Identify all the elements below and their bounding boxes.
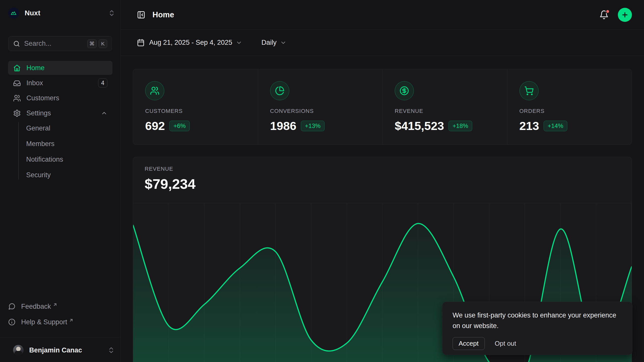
inbox-icon — [13, 79, 21, 87]
dollar-circle-icon — [395, 81, 414, 100]
filters-bar: Aug 21, 2025 - Sep 4, 2025 Daily — [121, 30, 644, 56]
user-menu[interactable]: Benjamin Canac — [8, 341, 115, 359]
arrow-up-right-icon — [69, 318, 74, 323]
collapse-sidebar-button[interactable] — [137, 11, 145, 19]
message-circle-icon — [8, 303, 16, 310]
stat-label: ORDERS — [519, 108, 632, 114]
sidebar-item-label: Home — [26, 64, 45, 72]
settings-children: General Members Notifications Security — [8, 121, 112, 182]
cookie-message: We use first-party cookies to enhance yo… — [453, 310, 622, 331]
chevron-down-icon — [236, 39, 242, 46]
sidebar-item-security[interactable]: Security — [26, 168, 112, 182]
kbd-k: K — [99, 39, 107, 48]
date-range-picker[interactable]: Aug 21, 2025 - Sep 4, 2025 — [137, 39, 242, 47]
shopping-cart-icon — [519, 81, 539, 100]
user-name: Benjamin Canac — [29, 346, 107, 354]
users-icon — [145, 81, 164, 100]
sidebar-item-inbox[interactable]: Inbox 4 — [8, 76, 112, 90]
sidebar-item-label: Customers — [26, 94, 59, 102]
feedback-label: Feedback — [21, 303, 51, 310]
stat-card-orders[interactable]: ORDERS 213 +14% — [507, 69, 632, 145]
revenue-chart-total: $79,234 — [145, 176, 632, 192]
granularity-select[interactable]: Daily — [261, 39, 287, 47]
notification-dot — [606, 9, 610, 14]
sidebar-item-notifications[interactable]: Notifications — [26, 152, 112, 166]
notifications-button[interactable] — [599, 10, 609, 20]
sidebar-item-label: General — [26, 124, 50, 132]
chevron-up-icon — [101, 110, 107, 116]
sidebar: Nuxt Search... ⌘ K — [0, 0, 121, 362]
granularity-value: Daily — [261, 39, 276, 47]
sidebar-nav: Home Inbox 4 — [8, 61, 112, 184]
sidebar-item-customers[interactable]: Customers — [8, 91, 112, 105]
stat-delta-badge: +6% — [169, 121, 190, 131]
user-avatar — [13, 345, 24, 355]
plus-icon — [621, 11, 629, 19]
sidebar-item-members[interactable]: Members — [26, 137, 112, 151]
search-placeholder: Search... — [24, 40, 85, 48]
help-support-label: Help & Support — [21, 318, 67, 326]
kbd-meta: ⌘ — [87, 39, 97, 48]
calendar-icon — [137, 39, 145, 47]
nuxt-logo-icon — [8, 8, 19, 19]
stat-delta-badge: +14% — [544, 121, 567, 131]
search-input[interactable]: Search... ⌘ K — [8, 36, 112, 51]
date-range-value: Aug 21, 2025 - Sep 4, 2025 — [149, 39, 232, 47]
stat-card-revenue[interactable]: REVENUE $415,523 +18% — [382, 69, 507, 145]
stat-delta-badge: +13% — [301, 121, 325, 131]
stat-value: $415,523 — [395, 119, 444, 133]
sidebar-item-label: Settings — [26, 109, 51, 117]
team-name: Nuxt — [25, 9, 108, 17]
stat-card-conversions[interactable]: CONVERSIONS 1986 +13% — [258, 69, 383, 145]
stats-row: CUSTOMERS 692 +6% CONVERSIONS 1986 — [133, 69, 632, 145]
chevron-down-icon — [280, 39, 287, 46]
stat-value: 213 — [519, 119, 539, 133]
chevrons-up-down-icon — [107, 346, 115, 354]
stat-value: 1986 — [270, 119, 297, 133]
help-support-link[interactable]: Help & Support — [8, 314, 112, 330]
page-title: Home — [152, 10, 599, 19]
stat-label: CONVERSIONS — [270, 108, 383, 114]
stat-label: CUSTOMERS — [145, 108, 258, 114]
sidebar-item-label: Notifications — [26, 156, 63, 163]
stat-label: REVENUE — [395, 108, 507, 114]
stat-delta-badge: +18% — [449, 121, 472, 131]
gear-icon — [13, 109, 21, 117]
revenue-chart-label: REVENUE — [145, 166, 632, 172]
inbox-count-badge: 4 — [98, 78, 107, 87]
sidebar-divider — [0, 337, 120, 337]
accept-cookies-button[interactable]: Accept — [453, 337, 485, 350]
app-root: Nuxt Search... ⌘ K — [0, 0, 644, 362]
arrow-up-right-icon — [53, 302, 58, 307]
add-button[interactable] — [618, 8, 632, 22]
users-icon — [13, 94, 21, 102]
cookie-banner: We use first-party cookies to enhance yo… — [442, 302, 632, 355]
sidebar-item-label: Security — [26, 171, 51, 179]
pie-chart-icon — [270, 81, 289, 100]
search-icon — [13, 40, 20, 47]
stat-value: 692 — [145, 119, 165, 133]
optout-cookies-button[interactable]: Opt out — [495, 340, 516, 347]
sidebar-item-label: Members — [26, 140, 55, 148]
sidebar-item-general[interactable]: General — [26, 121, 112, 135]
sidebar-item-settings[interactable]: Settings — [8, 106, 112, 120]
stat-card-customers[interactable]: CUSTOMERS 692 +6% — [133, 69, 258, 145]
sidebar-footer: Feedback Help & Support — [8, 299, 112, 330]
team-switcher[interactable]: Nuxt — [8, 6, 115, 20]
house-icon — [13, 64, 21, 72]
sidebar-item-label: Inbox — [26, 79, 43, 87]
feedback-link[interactable]: Feedback — [8, 299, 112, 314]
info-icon — [8, 318, 16, 326]
chevrons-up-down-icon — [108, 9, 115, 17]
page-header: Home — [121, 0, 644, 30]
sidebar-item-home[interactable]: Home — [8, 61, 112, 75]
